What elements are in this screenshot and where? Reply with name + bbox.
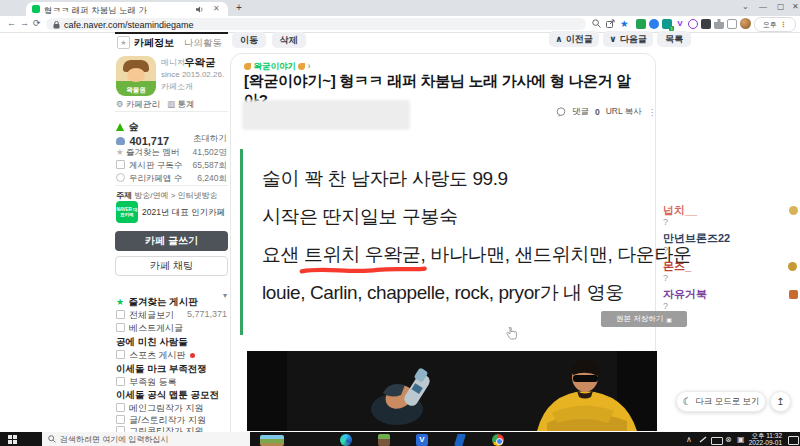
tray-sync-icon[interactable]: ⊗ [725, 435, 732, 444]
profile-chip-label: 오후 [763, 20, 777, 30]
taskbar-minecraft-icon[interactable] [378, 434, 390, 446]
cafe-write-button[interactable]: 카페 글쓰기 [115, 231, 228, 251]
taskbar-search[interactable]: 검색하려면 여기에 입력하십시 [42, 432, 250, 446]
tray-ime-icon[interactable]: ▣ [737, 435, 745, 444]
taskbar-chrome-icon[interactable] [492, 434, 504, 446]
list-button[interactable]: 목록 [657, 31, 691, 47]
bookmark-star-icon[interactable]: ★ [620, 18, 629, 29]
extension-icon[interactable] [701, 19, 711, 29]
chrome-menu-chip[interactable]: 오후 ⋮ [754, 17, 796, 32]
sidebar-item-all-posts[interactable]: 전체글보기 5,771,371 [116, 309, 227, 322]
start-button[interactable] [8, 435, 17, 444]
cafe-manage-link[interactable]: 카페관리 [126, 99, 160, 109]
sidebar-item-best-posts[interactable]: 베스트게시글 [116, 322, 183, 335]
prev-post-button[interactable]: ∧이전글 [549, 31, 599, 47]
share-icon[interactable] [606, 19, 615, 28]
stats-link[interactable]: 통계 [178, 99, 195, 109]
browser-tab[interactable]: 형ㅋㅋ 래퍼 차붐님 노래 가 ✕ [26, 2, 228, 16]
star-icon: ★ [116, 147, 124, 157]
cafe-favicon [32, 5, 40, 13]
new-tab-button[interactable]: + [236, 2, 242, 13]
favorite-boards-label: 즐겨찾는 게시판 [129, 296, 198, 307]
invite-link[interactable]: 초대하기 [193, 133, 227, 145]
tray-pen-icon[interactable] [699, 436, 708, 443]
cafe-avatar[interactable]: 왁물원 [116, 56, 156, 96]
all-posts-label: 전체글보기 [129, 310, 174, 320]
chrome-center [496, 438, 503, 445]
delete-button[interactable]: 삭제 [272, 32, 306, 48]
new-dot-icon [190, 353, 195, 358]
tab-audio-icon[interactable] [196, 6, 204, 13]
extension-icon[interactable]: V [675, 19, 685, 29]
scroll-to-top-button[interactable]: ↥ [770, 391, 791, 412]
reload-icon[interactable]: ⟳ [33, 18, 41, 28]
manager-name[interactable]: 우왁굳 [184, 56, 216, 70]
chat-emote-icon [789, 290, 798, 299]
stat-label: 우리카페앱 수 [129, 173, 182, 183]
taskbar-v-app-icon[interactable]: V [416, 434, 428, 446]
chat-emote-icon [788, 262, 797, 271]
back-icon[interactable]: ← [7, 18, 16, 28]
desktop-screen: 형ㅋㅋ 래퍼 차붐님 노래 가 ✕ + ⌄ — ▢ ✕ ← → ⟳ cafe.n… [0, 0, 800, 446]
chevron-right-icon: › [308, 61, 311, 71]
stat-value: 6,240회 [197, 173, 227, 185]
favorite-cafe-star-icon[interactable]: ★ [117, 36, 130, 49]
extension-icon[interactable] [727, 19, 737, 29]
cafe-intro-link[interactable]: 카페소개 [161, 81, 193, 92]
lyrics-line: 시작은 딴지일보 구봉숙 [262, 204, 458, 230]
sidebar-item-sports[interactable]: 스포츠 게시판 [116, 349, 195, 362]
taskbar-edge-icon[interactable] [340, 434, 352, 446]
tray-keyboard-icon[interactable] [711, 437, 723, 445]
comment-label[interactable]: 댓글 [572, 106, 589, 118]
chat-username: 자유거북 [663, 287, 707, 302]
post-image[interactable] [247, 351, 657, 431]
divider [115, 185, 228, 186]
naver-representative-badge-icon: NAVER 대표카페 [116, 201, 138, 223]
more-options-icon[interactable]: ⋮ [648, 107, 657, 117]
search-icon [48, 435, 56, 443]
tray-chevron-icon[interactable]: ∧ [686, 435, 692, 444]
zoom-icon[interactable] [592, 19, 601, 28]
tab-my-activity[interactable]: 나의활동 [184, 37, 222, 50]
extension-icon[interactable] [649, 19, 659, 29]
cafe-since: since 2015.02.26. [161, 70, 224, 79]
chat-username: 만년브론즈22 [663, 231, 730, 246]
green-star-icon: ★ [116, 297, 124, 307]
lock-icon [53, 21, 60, 29]
taskbar-clock[interactable]: 오후 11:32 2022-09-01 [746, 433, 782, 446]
chrome-chevron-icon[interactable]: ⌄ [742, 2, 749, 11]
window-close-button[interactable]: ✕ [792, 2, 799, 11]
cafe-chat-button[interactable]: 카페 채팅 [115, 256, 228, 276]
tab-close-icon[interactable]: ✕ [213, 4, 220, 13]
divider [115, 111, 228, 112]
stat-label: 즐겨찾는 멤버 [126, 147, 179, 157]
extension-icon[interactable] [688, 19, 698, 29]
manager-badge: 매니저 [161, 57, 185, 68]
url-copy-button[interactable]: URL 복사 [606, 106, 642, 118]
window-minimize-button[interactable]: — [759, 2, 767, 11]
leaf-icon [298, 63, 305, 70]
extension-icon[interactable] [636, 19, 646, 29]
move-button[interactable]: 이동 [232, 32, 266, 48]
stat-value: 65,587회 [193, 160, 228, 172]
next-post-button[interactable]: ∨다음글 [603, 31, 653, 47]
lyrics-text: 요샌 [262, 244, 304, 265]
chat-message: ? [663, 245, 668, 255]
chevron-down-icon[interactable]: ▾ [223, 291, 227, 300]
notification-icon[interactable] [788, 436, 799, 445]
comment-icon [556, 107, 566, 117]
taskbar-game-icon[interactable] [260, 435, 284, 446]
hand-cursor-icon [506, 327, 517, 340]
tab-cafe-info[interactable]: 카페정보 [134, 36, 174, 50]
dark-mode-button[interactable]: ☾ 다크 모드로 보기 [676, 391, 766, 412]
window-maximize-button[interactable]: ▢ [777, 2, 785, 11]
save-original-button[interactable]: 원본 저장하기 ▣ [601, 311, 687, 327]
cafe-topic-row: 주제 방송/연예 > 인터넷방송 [116, 190, 218, 201]
forward-icon[interactable]: → [20, 18, 29, 28]
favorite-boards-row[interactable]: ★ 즐겨찾는 게시판 ▾ [116, 291, 227, 309]
sidebar-item-tribe[interactable]: 부족원 등록 [116, 376, 177, 389]
clock-date: 2022-09-01 [746, 440, 782, 446]
board-icon [116, 415, 125, 424]
extension-icon[interactable]: 1 [662, 19, 672, 29]
profile-avatar[interactable] [740, 18, 751, 29]
